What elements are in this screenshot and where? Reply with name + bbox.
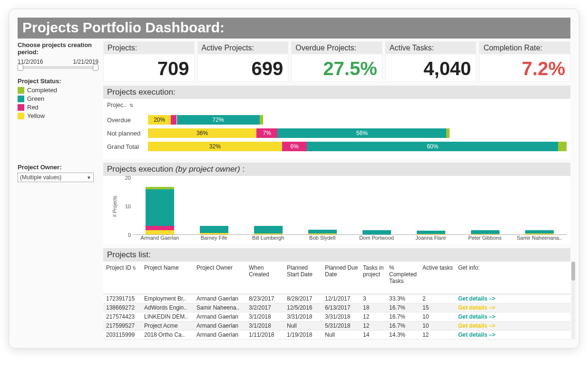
- col-header[interactable]: Project ID⇅: [103, 262, 141, 294]
- owners-chart: # Projects 20100: [107, 178, 567, 235]
- owner-name: Peter Gibbons: [462, 235, 507, 241]
- col-header[interactable]: Project Owner: [194, 262, 246, 294]
- get-details-link[interactable]: Get details –>: [458, 331, 495, 338]
- table-cell: 1/11/2018: [246, 331, 284, 340]
- owner-bar-segment: [146, 230, 174, 234]
- get-details-link[interactable]: Get details –>: [458, 313, 495, 320]
- col-header[interactable]: % Completed Tasks: [386, 262, 420, 294]
- exec-row-label: Overdue: [107, 117, 148, 124]
- kpi-card: Overdue Projects: 27.5%: [291, 41, 382, 82]
- owner-name: Bob Slydell: [300, 235, 345, 241]
- table-cell: 16.7%: [386, 303, 420, 312]
- table-row[interactable]: 217599527Project AcmeArmand Gaerlan3/1/2…: [103, 321, 570, 331]
- owner-bar-segment: [417, 231, 445, 234]
- kpi-label: Active Projects:: [198, 42, 288, 54]
- col-header[interactable]: When Created: [246, 262, 284, 294]
- slider-thumb-left[interactable]: [18, 64, 23, 71]
- owner-bar-col[interactable]: [354, 230, 399, 234]
- table-cell: 3/2/2017: [246, 303, 284, 312]
- col-header[interactable]: Planned Start Date: [284, 262, 322, 294]
- owner-bar-col[interactable]: [409, 231, 453, 234]
- kpi-label: Projects:: [104, 42, 194, 54]
- get-details-cell: Get details –>: [455, 331, 570, 340]
- table-row[interactable]: 217574423LINKEDIN DEM..Armand Gaerlan3/1…: [103, 312, 570, 321]
- by-owner-title: Projects execution (by project owner) :: [103, 163, 570, 176]
- owner-bar: [471, 230, 500, 234]
- get-details-link[interactable]: Get details –>: [458, 295, 495, 302]
- list-title: Projects list:: [103, 248, 570, 262]
- owner-bar-segment: [146, 226, 174, 230]
- kpi-value: 4,040: [386, 54, 476, 81]
- exec-bar-segment: 72%: [177, 115, 260, 125]
- col-header[interactable]: Project Name: [141, 262, 194, 294]
- col-header[interactable]: Get info:: [455, 262, 570, 294]
- table-cell: 10: [420, 321, 455, 331]
- table-cell: 3/1/2018: [246, 321, 284, 331]
- y-tick: 10: [125, 204, 131, 209]
- owner-name: Dom Portwood: [354, 235, 399, 241]
- get-details-link[interactable]: Get details –>: [458, 304, 495, 311]
- owner-bar: [308, 230, 337, 234]
- table-row[interactable]: 172391715Employment Br..Armand Gaerlan8/…: [103, 294, 570, 303]
- sort-icon[interactable]: ⇅: [129, 103, 133, 108]
- owner-bar-segment: [525, 233, 554, 234]
- exec-bar[interactable]: 20%72%: [148, 115, 567, 125]
- exec-bar-segment: [558, 142, 567, 151]
- table-cell: Null: [284, 321, 322, 331]
- owner-bar-col[interactable]: [192, 226, 236, 234]
- table-cell: 8/28/2017: [284, 294, 322, 303]
- table-cell: 14.3%: [386, 331, 420, 340]
- table-cell: 10: [420, 312, 455, 321]
- exec-row-label: Grand Total: [107, 143, 148, 150]
- col-header[interactable]: Tasks in project: [360, 262, 386, 294]
- period-filter-label: Choose projects creation period:: [18, 41, 98, 56]
- col-header[interactable]: Active tasks: [420, 262, 455, 294]
- status-legend-item[interactable]: Yellow: [18, 112, 98, 119]
- table-cell: 12: [360, 321, 386, 331]
- owner-bar-col[interactable]: [463, 230, 508, 234]
- table-row[interactable]: 2031159992018 Ortho Ca..Armand Gaerlan1/…: [103, 331, 570, 340]
- table-cell: Armand Gaerlan: [194, 331, 246, 340]
- exec-bar-segment: [171, 115, 176, 125]
- exec-bar-segment: 32%: [148, 142, 282, 151]
- table-cell: 3/31/2018: [322, 312, 360, 321]
- table-cell: Samir Naheena..: [194, 303, 246, 312]
- sidebar: Choose projects creation period: 11/2/20…: [18, 41, 98, 340]
- table-cell: 18: [360, 303, 386, 312]
- owner-bar: [417, 231, 445, 234]
- owner-bar-col[interactable]: [300, 230, 345, 234]
- owner-bar-col[interactable]: [246, 226, 291, 234]
- status-legend-item[interactable]: Green: [18, 95, 98, 102]
- owner-bar-segment: [254, 233, 283, 234]
- owner-bar-col[interactable]: [517, 230, 562, 234]
- legend-label: Yellow: [27, 112, 45, 119]
- scroll-thumb[interactable]: [571, 262, 575, 281]
- exec-bar[interactable]: 32%6%60%: [148, 142, 567, 151]
- table-cell: 3/1/2018: [246, 312, 284, 321]
- status-legend-item[interactable]: Red: [18, 104, 98, 111]
- get-details-cell: Get details –>: [455, 303, 570, 312]
- table-cell: 12/1/2017: [322, 294, 360, 303]
- table-cell: 12: [360, 312, 386, 321]
- table-cell: 33.3%: [386, 294, 420, 303]
- swatch-icon: [18, 104, 24, 111]
- status-legend-item[interactable]: Completed: [18, 87, 98, 94]
- owner-filter-label: Project Owner:: [18, 164, 98, 171]
- owner-name: Joanna Flare: [408, 235, 453, 241]
- table-cell: 203115999: [103, 331, 141, 340]
- owner-bar-col[interactable]: [137, 187, 182, 234]
- date-slider[interactable]: [20, 66, 97, 69]
- slider-thumb-right[interactable]: [93, 64, 98, 71]
- owner-select[interactable]: (Multiple values) ▼: [18, 173, 94, 182]
- table-cell: 8/23/2017: [246, 294, 284, 303]
- get-details-link[interactable]: Get details –>: [458, 322, 495, 329]
- col-header[interactable]: Planned Due Date: [322, 262, 360, 294]
- exec-bar[interactable]: 36%7%56%: [148, 128, 567, 138]
- table-row[interactable]: 138669272AdWords Engin..Samir Naheena..3…: [103, 303, 570, 312]
- exec-row: Grand Total32%6%60%: [107, 142, 567, 151]
- table-cell: 172391715: [103, 294, 141, 303]
- table-scrollbar[interactable]: [571, 262, 575, 340]
- sort-icon[interactable]: ⇅: [132, 265, 136, 271]
- exec-bar-segment: 7%: [256, 128, 277, 138]
- owner-bar: [363, 230, 391, 234]
